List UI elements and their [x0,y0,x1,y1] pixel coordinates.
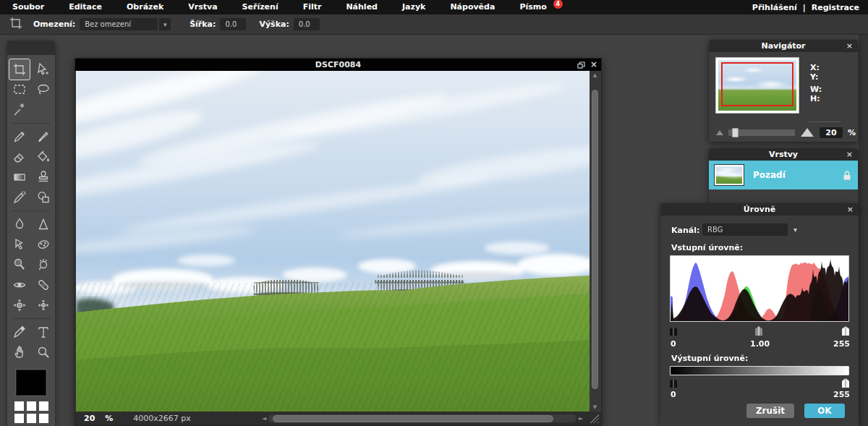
zoom-tool[interactable] [33,342,54,362]
gradient-tool[interactable] [9,167,30,187]
navigator-title: Navigátor [761,41,805,51]
horizontal-scroll-thumb[interactable] [273,415,553,422]
color-swatch[interactable] [27,401,36,411]
levels-close-icon[interactable]: × [847,203,854,216]
brush-tool[interactable] [33,127,54,147]
workspace-right-edge [859,35,868,426]
palette-grip[interactable] [7,41,55,55]
navigator-zoom-slider-thumb[interactable] [732,128,739,137]
color-swatch[interactable] [14,401,24,411]
smudge-tool[interactable] [9,234,30,255]
menu-editace[interactable]: Editace [56,0,114,14]
input-highlight-slider[interactable] [842,326,849,336]
scroll-left-icon[interactable]: ◄ [260,414,268,422]
menu-napoveda[interactable]: Nápověda [438,0,507,14]
input-midtone-slider[interactable] [755,326,762,336]
navigator-header[interactable]: Navigátor × [709,40,858,52]
clone-stamp-tool[interactable] [33,167,54,187]
layer-lock-icon[interactable] [842,170,852,181]
levels-header[interactable]: Úrovně × [660,203,859,216]
color-swatch-grid [7,401,55,423]
menu-nahled[interactable]: Náhled [333,0,390,14]
channel-dropdown-icon[interactable]: ▾ [793,226,797,234]
vertical-scroll-thumb[interactable] [592,90,598,389]
layers-header[interactable]: Vrstvy × [709,148,858,161]
image-canvas[interactable] [76,71,590,412]
login-link[interactable]: Přihlášení [752,3,797,12]
menu-serizeni[interactable]: Seřízení [230,0,291,14]
menu-soubor[interactable]: Soubor [0,0,56,14]
color-swatch[interactable] [27,414,36,423]
empty-slot [33,100,54,120]
output-gradient-bar [670,366,849,375]
zoom-in-icon[interactable] [801,128,814,137]
navigator-zoom-slider[interactable] [728,129,795,136]
heal-tool[interactable] [33,275,54,295]
vertical-scrollbar[interactable]: ▲ ▼ [590,71,600,412]
close-window-icon[interactable]: × [590,59,597,71]
shapes-tool[interactable] [33,187,54,208]
menu-bar: Soubor Editace Obrázek Vrstva Seřízení F… [0,0,868,14]
window-resize-grip[interactable] [590,414,599,423]
crop-tool[interactable] [9,59,30,80]
document-title-bar[interactable]: DSCF0084 [75,59,601,71]
layers-close-icon[interactable]: × [846,148,853,161]
restore-window-icon[interactable] [577,61,585,69]
layer-name: Pozadí [753,170,842,180]
color-swatch[interactable] [39,414,48,423]
navigator-zoom-field[interactable]: 20 [820,127,843,138]
navigator-thumbnail[interactable] [715,57,799,114]
type-tool[interactable] [33,322,54,342]
ok-button[interactable]: OK [804,404,845,418]
eyedropper-tool[interactable] [9,322,30,342]
constraint-dropdown-arrow[interactable]: ▾ [159,18,171,30]
spray-tool[interactable] [9,187,30,208]
height-field[interactable]: 0.0 [294,18,320,30]
output-shadow-slider[interactable] [670,378,677,388]
burn-tool[interactable] [33,255,54,275]
pinch-tool[interactable] [33,295,54,315]
zoom-out-icon[interactable] [716,130,723,135]
fill-icon [36,150,51,164]
menu-pismo[interactable]: Písmo 4 [507,0,563,14]
fill-tool[interactable] [33,147,54,167]
eraser-tool[interactable] [9,147,30,167]
wand-tool[interactable] [9,100,30,120]
color-swatch[interactable] [39,401,48,411]
constraint-select[interactable]: Bez omezení [80,18,158,30]
menu-vrstva[interactable]: Vrstva [176,0,229,14]
lasso-icon [36,82,51,97]
sponge-icon [36,237,51,252]
menu-obrazek[interactable]: Obrázek [114,0,176,14]
sponge-tool[interactable] [33,234,54,255]
scroll-up-icon[interactable]: ▲ [590,71,600,80]
register-link[interactable]: Registrace [812,3,859,12]
blur-tool[interactable] [9,214,30,234]
input-shadow-slider[interactable] [670,326,677,336]
pencil-tool[interactable] [9,127,30,147]
hand-tool[interactable] [9,342,30,362]
input-levels-label: Vstupní úrovně: [671,243,743,252]
layer-row-background[interactable]: Pozadí [709,161,858,189]
red-eye-tool[interactable] [9,275,30,295]
sharpen-tool[interactable] [33,214,54,234]
hand-icon [12,345,27,359]
move-tool[interactable] [33,59,54,80]
color-swatch[interactable] [14,414,24,423]
cancel-button[interactable]: Zrušit [746,404,794,418]
foreground-color-swatch[interactable] [16,370,46,396]
navigator-view-rectangle[interactable] [721,62,793,106]
width-field[interactable]: 0.0 [220,18,246,30]
lasso-tool[interactable] [33,80,54,100]
menu-jazyk[interactable]: Jazyk [390,0,438,14]
navigator-close-icon[interactable]: × [846,40,853,52]
bloat-tool[interactable] [9,295,30,315]
zoom-level-value[interactable]: 20 [84,414,95,423]
menu-filtr[interactable]: Filtr [291,0,334,14]
marquee-tool[interactable] [9,80,30,100]
dodge-tool[interactable] [9,255,30,275]
output-highlight-slider[interactable] [842,378,849,388]
scroll-right-icon[interactable]: ► [576,414,585,422]
channel-select[interactable]: RBG [702,223,788,236]
horizontal-scroll-track[interactable] [268,414,576,422]
